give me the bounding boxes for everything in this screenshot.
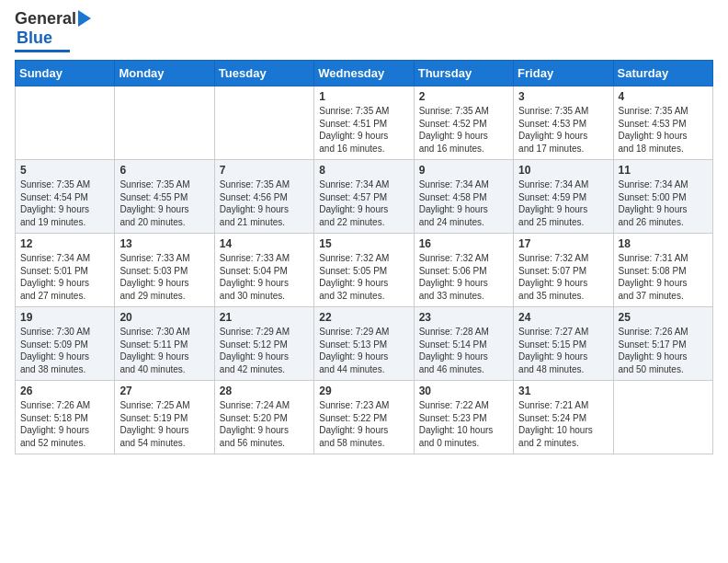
day-info-text: Sunrise: 7:27 AM — [518, 326, 608, 339]
day-number: 11 — [619, 164, 708, 177]
day-info-text: Daylight: 9 hours — [419, 277, 508, 290]
day-number: 24 — [518, 311, 608, 324]
day-number: 19 — [20, 311, 109, 324]
calendar-day-cell-31: 31Sunrise: 7:21 AMSunset: 5:24 PMDayligh… — [514, 381, 613, 454]
day-info-text: Sunset: 4:53 PM — [619, 118, 708, 131]
day-info-text: Sunrise: 7:35 AM — [419, 105, 508, 118]
day-info-text: Sunset: 5:09 PM — [20, 339, 109, 351]
day-info-text: and 2 minutes. — [518, 437, 608, 450]
day-info-text: Sunset: 4:53 PM — [518, 118, 608, 131]
day-info-text: Sunrise: 7:34 AM — [419, 178, 508, 191]
calendar-day-cell-11: 11Sunrise: 7:34 AMSunset: 5:00 PMDayligh… — [613, 160, 712, 234]
day-number: 10 — [518, 164, 608, 177]
calendar-empty-cell — [613, 381, 712, 454]
day-info-text: and 19 minutes. — [20, 216, 109, 229]
day-number: 15 — [319, 237, 408, 250]
day-info-text: Daylight: 9 hours — [220, 203, 309, 216]
day-info-text: Sunrise: 7:25 AM — [119, 399, 209, 412]
calendar-day-cell-21: 21Sunrise: 7:29 AMSunset: 5:12 PMDayligh… — [214, 307, 313, 381]
day-number: 12 — [20, 237, 109, 250]
calendar-day-cell-28: 28Sunrise: 7:24 AMSunset: 5:20 PMDayligh… — [214, 381, 313, 454]
day-info-text: Daylight: 9 hours — [518, 277, 608, 290]
day-info-text: Sunset: 5:06 PM — [419, 265, 508, 278]
logo: General Blue — [15, 9, 91, 52]
calendar-day-cell-7: 7Sunrise: 7:35 AMSunset: 4:56 PMDaylight… — [214, 160, 313, 234]
day-info-text: Sunset: 5:00 PM — [619, 191, 708, 204]
day-info-text: Sunset: 5:13 PM — [319, 339, 408, 351]
day-info-text: and 46 minutes. — [419, 363, 508, 376]
day-info-text: Sunset: 5:12 PM — [220, 339, 309, 351]
day-info-text: Sunset: 5:23 PM — [419, 412, 508, 425]
day-info-text: and 30 minutes. — [220, 290, 309, 303]
day-info-text: Daylight: 9 hours — [619, 350, 708, 363]
day-info-text: Daylight: 9 hours — [619, 130, 708, 143]
day-info-text: and 16 minutes. — [419, 143, 508, 155]
calendar-day-cell-10: 10Sunrise: 7:34 AMSunset: 4:59 PMDayligh… — [514, 160, 613, 234]
calendar-day-cell-4: 4Sunrise: 7:35 AMSunset: 4:53 PMDaylight… — [613, 86, 712, 160]
calendar-day-cell-29: 29Sunrise: 7:23 AMSunset: 5:22 PMDayligh… — [314, 381, 414, 454]
calendar-day-cell-20: 20Sunrise: 7:30 AMSunset: 5:11 PMDayligh… — [115, 307, 214, 381]
day-info-text: and 24 minutes. — [419, 216, 508, 229]
day-info-text: Sunset: 5:20 PM — [220, 412, 309, 425]
day-info-text: Daylight: 9 hours — [619, 277, 708, 290]
day-info-text: Daylight: 9 hours — [119, 277, 209, 290]
day-info-text: Sunset: 5:05 PM — [319, 265, 408, 278]
day-info-text: and 21 minutes. — [220, 216, 309, 229]
day-info-text: Daylight: 9 hours — [20, 350, 109, 363]
page-header: General Blue — [15, 9, 713, 52]
day-info-text: and 20 minutes. — [119, 216, 209, 229]
calendar-day-cell-17: 17Sunrise: 7:32 AMSunset: 5:07 PMDayligh… — [514, 234, 613, 307]
day-info-text: Sunset: 4:51 PM — [319, 118, 408, 131]
day-number: 8 — [319, 164, 408, 177]
day-info-text: Daylight: 10 hours — [419, 424, 508, 437]
day-info-text: Sunrise: 7:28 AM — [419, 326, 508, 339]
day-info-text: Daylight: 9 hours — [119, 203, 209, 216]
day-info-text: Sunrise: 7:30 AM — [20, 326, 109, 339]
weekday-header-thursday: Thursday — [414, 61, 513, 86]
day-info-text: and 32 minutes. — [319, 290, 408, 303]
day-info-text: and 38 minutes. — [20, 363, 109, 376]
day-info-text: Sunrise: 7:29 AM — [319, 326, 408, 339]
day-number: 6 — [119, 164, 209, 177]
day-info-text: Sunrise: 7:35 AM — [518, 105, 608, 118]
day-info-text: and 50 minutes. — [619, 363, 708, 376]
day-info-text: Daylight: 9 hours — [119, 350, 209, 363]
day-number: 30 — [419, 385, 508, 397]
calendar-week-row: 26Sunrise: 7:26 AMSunset: 5:18 PMDayligh… — [16, 381, 713, 454]
calendar-day-cell-15: 15Sunrise: 7:32 AMSunset: 5:05 PMDayligh… — [314, 234, 414, 307]
day-number: 26 — [20, 385, 109, 397]
day-number: 9 — [419, 164, 508, 177]
day-info-text: Sunset: 5:19 PM — [119, 412, 209, 425]
day-info-text: and 29 minutes. — [119, 290, 209, 303]
day-info-text: Sunrise: 7:24 AM — [220, 399, 309, 412]
day-info-text: and 35 minutes. — [518, 290, 608, 303]
day-info-text: Daylight: 9 hours — [319, 203, 408, 216]
day-info-text: Sunrise: 7:21 AM — [518, 399, 608, 412]
day-info-text: Sunrise: 7:26 AM — [619, 326, 708, 339]
day-info-text: Sunset: 5:17 PM — [619, 339, 708, 351]
weekday-header-friday: Friday — [514, 61, 613, 86]
day-info-text: Daylight: 9 hours — [119, 424, 209, 437]
day-info-text: and 58 minutes. — [319, 437, 408, 450]
calendar-day-cell-1: 1Sunrise: 7:35 AMSunset: 4:51 PMDaylight… — [314, 86, 414, 160]
calendar-day-cell-3: 3Sunrise: 7:35 AMSunset: 4:53 PMDaylight… — [514, 86, 613, 160]
day-info-text: and 48 minutes. — [518, 363, 608, 376]
calendar-empty-cell — [16, 86, 115, 160]
day-info-text: Sunrise: 7:23 AM — [319, 399, 408, 412]
day-info-text: and 26 minutes. — [619, 216, 708, 229]
day-info-text: Daylight: 9 hours — [319, 424, 408, 437]
day-info-text: and 37 minutes. — [619, 290, 708, 303]
weekday-header-row: SundayMondayTuesdayWednesdayThursdayFrid… — [16, 61, 713, 86]
logo-arrow-icon — [78, 10, 91, 27]
day-info-text: and 25 minutes. — [518, 216, 608, 229]
calendar-day-cell-30: 30Sunrise: 7:22 AMSunset: 5:23 PMDayligh… — [414, 381, 513, 454]
weekday-header-saturday: Saturday — [613, 61, 712, 86]
day-info-text: and 56 minutes. — [220, 437, 309, 450]
weekday-header-wednesday: Wednesday — [314, 61, 414, 86]
day-info-text: Daylight: 9 hours — [220, 277, 309, 290]
calendar-day-cell-5: 5Sunrise: 7:35 AMSunset: 4:54 PMDaylight… — [16, 160, 115, 234]
day-info-text: Sunrise: 7:35 AM — [319, 105, 408, 118]
weekday-header-monday: Monday — [115, 61, 214, 86]
calendar-day-cell-18: 18Sunrise: 7:31 AMSunset: 5:08 PMDayligh… — [613, 234, 712, 307]
day-number: 1 — [319, 90, 408, 103]
